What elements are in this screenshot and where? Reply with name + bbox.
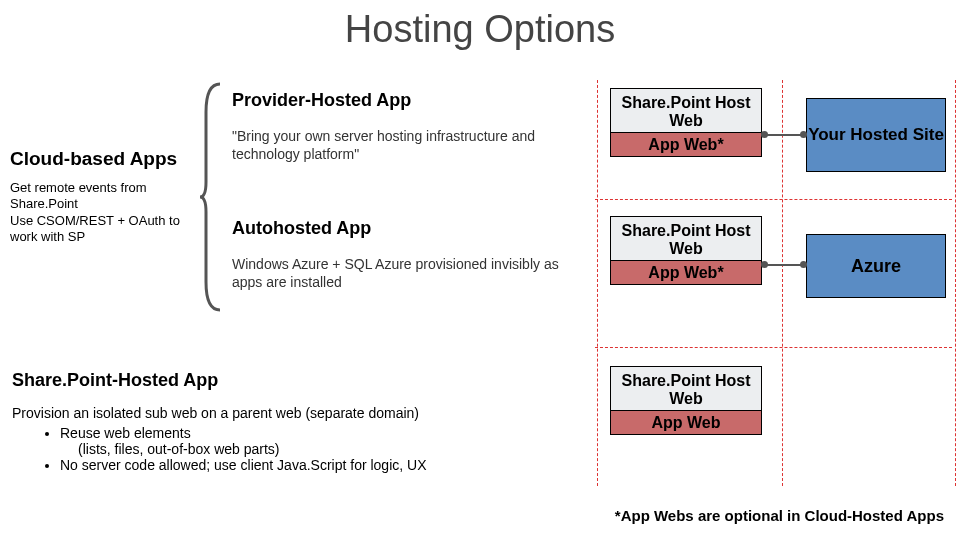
brace-icon	[198, 82, 222, 312]
appweb-label: App Web*	[610, 260, 762, 285]
hostweb-box-2: Share.Point Host Web App Web*	[610, 216, 762, 285]
slide-title: Hosting Options	[0, 8, 960, 51]
appweb-label: App Web	[610, 410, 762, 435]
cloud-apps-heading: Cloud-based Apps	[10, 148, 195, 170]
divider-horizontal	[595, 347, 952, 348]
cloud-based-apps-label: Cloud-based Apps Get remote events from …	[10, 148, 195, 245]
sp-hosted-bullet-1-sub: (lists, files, out-of-box web parts)	[78, 441, 582, 457]
sp-hosted-intro: Provision an isolated sub web on a paren…	[12, 405, 582, 421]
footnote: *App Webs are optional in Cloud-Hosted A…	[615, 507, 944, 524]
azure-box: Azure	[806, 234, 946, 298]
cloud-apps-desc: Get remote events from Share.Point Use C…	[10, 180, 195, 245]
appweb-label: App Web*	[610, 132, 762, 157]
hostweb-box-3: Share.Point Host Web App Web	[610, 366, 762, 435]
connector-line	[764, 264, 804, 266]
autohosted-desc: Windows Azure + SQL Azure provisioned in…	[232, 255, 572, 291]
hostweb-label: Share.Point Host Web	[611, 89, 761, 133]
sp-hosted-bullet-2: No server code allowed; use client Java.…	[60, 457, 582, 473]
autohosted-option: Autohosted App Windows Azure + SQL Azure…	[232, 218, 572, 291]
sp-hosted-bullet-1: Reuse web elements (lists, files, out-of…	[60, 425, 582, 457]
provider-title: Provider-Hosted App	[232, 90, 572, 111]
provider-hosted-option: Provider-Hosted App "Bring your own serv…	[232, 90, 572, 163]
divider-vertical	[782, 80, 783, 486]
hostweb-label: Share.Point Host Web	[611, 217, 761, 261]
hostweb-label: Share.Point Host Web	[611, 367, 761, 411]
your-hosted-site-box: Your Hosted Site	[806, 98, 946, 172]
divider-vertical	[955, 80, 956, 486]
divider-horizontal	[595, 199, 952, 200]
connector-line	[764, 134, 804, 136]
divider-vertical	[597, 80, 598, 486]
sp-hosted-title: Share.Point-Hosted App	[12, 370, 582, 391]
sp-hosted-option: Share.Point-Hosted App Provision an isol…	[12, 370, 582, 473]
hostweb-box-1: Share.Point Host Web App Web*	[610, 88, 762, 157]
autohosted-title: Autohosted App	[232, 218, 572, 239]
provider-desc: "Bring your own server hosting infrastru…	[232, 127, 572, 163]
